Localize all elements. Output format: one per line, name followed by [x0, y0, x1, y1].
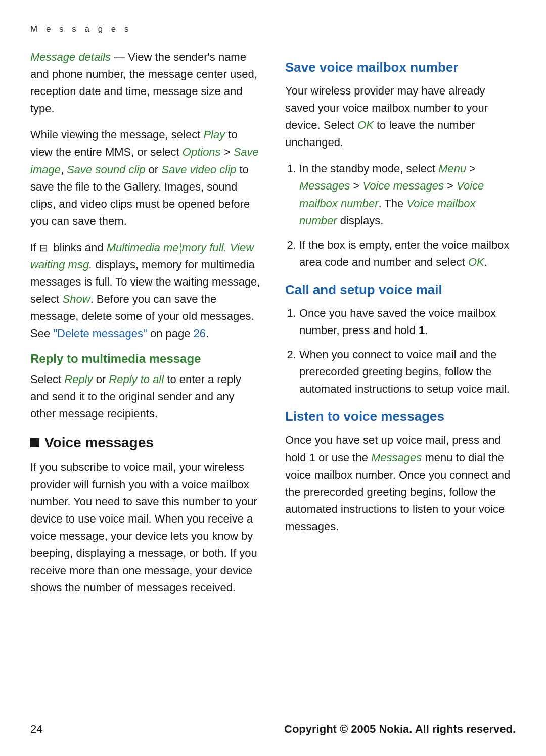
listen-body: Once you have set up voice mail, press a… [285, 432, 516, 535]
blinks-para: If ⊟ blinks and Multimedia me¦mory full.… [30, 239, 261, 343]
reply-all-link: Reply to all [109, 373, 164, 386]
voice-messages-link: Voice messages [362, 179, 444, 192]
play-options-para: While viewing the message, select Play t… [30, 126, 261, 230]
or-text: or [145, 163, 161, 176]
gt1-save: > [466, 162, 476, 175]
two-column-layout: Message details — View the sender's name… [30, 49, 516, 606]
gt3-save: > [444, 179, 457, 192]
messages-link: Messages [299, 179, 350, 192]
save-ok-text: OK [357, 119, 374, 131]
voice-body: If you subscribe to voice mail, your wir… [30, 459, 261, 597]
save-voice-mailbox-heading: Save voice mailbox number [285, 60, 516, 75]
the-text: . The [379, 197, 407, 210]
square-bullet-icon [30, 438, 39, 447]
reply-body: Select Reply or Reply to all to enter a … [30, 371, 261, 422]
call-setup-list: Once you have saved the voice mailbox nu… [285, 305, 516, 398]
on-page-text: on page [147, 327, 194, 340]
voice-messages-title: Voice messages [44, 435, 154, 451]
reply-link: Reply [64, 373, 93, 386]
gt2-save: > [350, 179, 362, 192]
save-list-item-1: In the standby mode, select Menu > Messa… [299, 160, 516, 229]
page: M e s s a g e s Message details — View t… [0, 0, 546, 756]
footer-copyright: Copyright © 2005 Nokia. All rights reser… [284, 723, 516, 736]
period-text: . [206, 327, 209, 340]
reply-or-text: or [93, 373, 109, 386]
standby-text: In the standby mode, select [299, 162, 438, 175]
save-video-link: Save video clip [161, 163, 236, 176]
comma-text: , [61, 163, 67, 176]
reply-heading: Reply to multimedia message [30, 352, 261, 366]
while-viewing-text: While viewing the message, select [30, 128, 203, 141]
memo-icon: ⊟ [39, 240, 48, 256]
save-intro-para: Your wireless provider may have already … [285, 82, 516, 151]
press-hold-1-bold: 1 [419, 324, 425, 337]
connect-voice-text: When you connect to voice mail and the p… [299, 348, 510, 395]
play-link: Play [203, 128, 225, 141]
call-period: . [425, 324, 428, 337]
displays-text: displays. [337, 214, 384, 227]
reply-text-before: Select [30, 373, 64, 386]
once-saved-text: Once you have saved the voice mailbox nu… [299, 307, 496, 337]
save-list-item-2: If the box is empty, enter the voice mai… [299, 237, 516, 271]
call-list-item-2: When you connect to voice mail and the p… [299, 346, 516, 398]
ok-link: OK [468, 256, 484, 268]
listen-messages-link: Messages [371, 451, 422, 464]
gt1-text: > [221, 146, 234, 158]
call-setup-heading: Call and setup voice mail [285, 282, 516, 298]
save-sound-link: Save sound clip [67, 163, 145, 176]
left-column: Message details — View the sender's name… [30, 49, 261, 606]
listen-voice-heading: Listen to voice messages [285, 409, 516, 424]
message-details-para: Message details — View the sender's name… [30, 49, 261, 117]
call-list-item-1: Once you have saved the voice mailbox nu… [299, 305, 516, 339]
page-header: M e s s a g e s [30, 24, 516, 34]
menu-link: Menu [438, 162, 466, 175]
delete-messages-link: "Delete messages" [53, 327, 147, 340]
footer-page-number: 24 [30, 723, 42, 736]
voice-messages-heading: Voice messages [30, 435, 261, 451]
page-footer: 24 Copyright © 2005 Nokia. All rights re… [30, 723, 516, 736]
show-link: Show [63, 293, 90, 305]
ok-period: . [484, 256, 487, 268]
options-link: Options [183, 146, 221, 158]
message-details-link: Message details [30, 51, 111, 63]
right-column: Save voice mailbox number Your wireless … [285, 49, 516, 606]
delete-page-num: 26 [194, 327, 206, 340]
save-mailbox-list: In the standby mode, select Menu > Messa… [285, 160, 516, 271]
